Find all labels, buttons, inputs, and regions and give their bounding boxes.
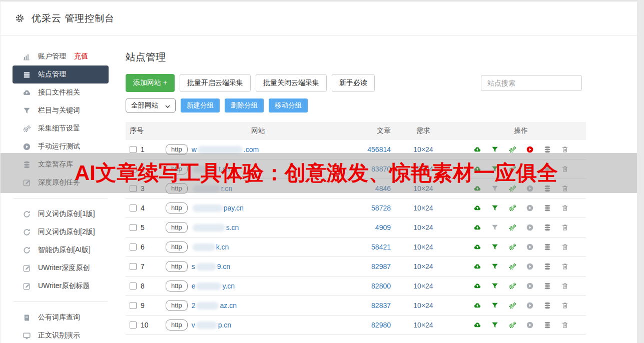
trash-icon[interactable] (561, 262, 569, 270)
sidebar-item-ai-rewrite[interactable]: 智能伪原创[AI版] (1, 241, 121, 259)
database-icon[interactable] (543, 165, 551, 173)
article-count-link[interactable]: 4909 (375, 224, 391, 232)
row-checkbox[interactable] (130, 263, 137, 270)
site-link[interactable]: vp.cn (192, 321, 231, 329)
article-count-link[interactable]: 83870 (371, 165, 391, 173)
sidebar-item-content-recognition[interactable]: 正文识别演示 (1, 326, 121, 343)
add-site-button[interactable]: 添加网站 + (126, 74, 175, 92)
cloud-upload-icon[interactable] (473, 262, 481, 270)
sidebar-item-synonym-v2[interactable]: 同义词伪原创[2版] (1, 223, 121, 241)
settings-gears-icon[interactable] (508, 204, 516, 212)
batch-open-cloud-button[interactable]: 批量开启云端采集 (180, 74, 251, 92)
cloud-upload-icon[interactable] (473, 321, 481, 329)
settings-gears-icon[interactable] (508, 146, 516, 154)
article-count-link[interactable]: 82987 (371, 262, 391, 270)
row-checkbox[interactable] (130, 322, 137, 328)
sidebar-item-deep-original[interactable]: 深度原创任务 (1, 174, 121, 192)
site-link[interactable]: ey.cn (192, 282, 235, 290)
site-link[interactable]: s9.cn (192, 262, 230, 270)
site-link[interactable]: s.cn (192, 224, 239, 232)
sidebar-item-collection-settings[interactable]: 采集细节设置 (1, 120, 121, 138)
play-icon[interactable] (526, 262, 534, 270)
filter-icon[interactable] (491, 224, 499, 232)
sidebar-item-thesaurus-query[interactable]: 公有词库查询 (1, 308, 121, 326)
article-count-link[interactable]: 82837 (371, 302, 391, 310)
settings-gears-icon[interactable] (508, 224, 516, 232)
newbie-guide-button[interactable]: 新手必读 (332, 74, 375, 92)
cloud-upload-icon[interactable] (473, 165, 481, 173)
sidebar-item-interface-files[interactable]: 接口文件相关 (1, 84, 121, 102)
filter-icon[interactable] (491, 282, 499, 290)
trash-icon[interactable] (561, 224, 569, 232)
settings-gears-icon[interactable] (508, 165, 516, 173)
database-icon[interactable] (543, 184, 551, 192)
settings-gears-icon[interactable] (508, 302, 516, 310)
sidebar-item-columns-keywords[interactable]: 栏目与关键词 (1, 102, 121, 120)
play-icon[interactable] (526, 224, 534, 232)
article-count-link[interactable]: 82800 (371, 282, 391, 290)
site-link[interactable]: 2az.cn (192, 302, 237, 310)
trash-icon[interactable] (561, 282, 569, 290)
filter-icon[interactable] (491, 243, 499, 251)
database-icon[interactable] (543, 282, 551, 290)
trash-icon[interactable] (561, 243, 569, 251)
trash-icon[interactable] (561, 321, 569, 329)
row-checkbox[interactable] (130, 146, 137, 153)
new-group-button[interactable]: 新建分组 (181, 98, 220, 112)
play-icon[interactable] (526, 165, 534, 173)
sidebar-item-uwriter-title[interactable]: UWriter原创标题 (1, 277, 121, 295)
sidebar-item-article-cache[interactable]: 文章暂存库 (1, 156, 121, 174)
cloud-upload-icon[interactable] (473, 146, 481, 154)
site-link[interactable]: pay.cn (192, 204, 244, 212)
row-checkbox[interactable] (130, 224, 137, 231)
site-link[interactable]: k.cn (192, 243, 229, 251)
filter-icon[interactable] (491, 321, 499, 329)
article-count-link[interactable]: 4846 (375, 184, 391, 192)
article-count-link[interactable]: 456814 (367, 146, 391, 154)
play-icon[interactable] (526, 184, 534, 192)
row-checkbox[interactable] (130, 282, 137, 290)
play-icon[interactable] (526, 243, 534, 251)
cloud-upload-icon[interactable] (473, 302, 481, 310)
cloud-upload-icon[interactable] (473, 243, 481, 251)
trash-icon[interactable] (561, 165, 569, 173)
group-select[interactable]: 全部网站 (126, 98, 176, 113)
filter-icon[interactable] (491, 302, 499, 310)
play-icon[interactable] (526, 146, 534, 154)
settings-gears-icon[interactable] (508, 321, 516, 329)
article-count-link[interactable]: 82980 (371, 321, 391, 329)
row-checkbox[interactable] (130, 204, 137, 212)
play-icon[interactable] (526, 302, 534, 310)
article-count-link[interactable]: 58728 (371, 204, 391, 212)
trash-icon[interactable] (561, 146, 569, 154)
move-group-button[interactable]: 移动分组 (269, 98, 308, 112)
trash-icon[interactable] (561, 204, 569, 212)
article-count-link[interactable]: 58421 (371, 243, 391, 251)
filter-icon[interactable] (491, 146, 499, 154)
sidebar-item-manual-test[interactable]: 手动运行测试 (1, 138, 121, 156)
database-icon[interactable] (543, 224, 551, 232)
recharge-link[interactable]: 充值 (74, 52, 88, 61)
cloud-upload-icon[interactable] (473, 224, 481, 232)
database-icon[interactable] (543, 321, 551, 329)
site-link[interactable]: w.com (192, 146, 259, 154)
play-icon[interactable] (526, 321, 534, 329)
sidebar-item-synonym-v1[interactable]: 同义词伪原创[1版] (1, 205, 121, 223)
sidebar-item-uwriter-deep[interactable]: UWriter深度原创 (1, 259, 121, 277)
cloud-upload-icon[interactable] (473, 204, 481, 212)
cloud-upload-icon[interactable] (473, 282, 481, 290)
trash-icon[interactable] (561, 302, 569, 310)
row-checkbox[interactable] (130, 244, 137, 250)
settings-gears-icon[interactable] (508, 184, 516, 192)
filter-icon[interactable] (491, 165, 499, 173)
settings-gears-icon[interactable] (508, 243, 516, 251)
delete-group-button[interactable]: 删除分组 (225, 98, 264, 112)
filter-icon[interactable] (491, 184, 499, 192)
site-link[interactable]: r.cn (192, 184, 233, 192)
database-icon[interactable] (543, 146, 551, 154)
database-icon[interactable] (543, 204, 551, 212)
settings-gears-icon[interactable] (508, 262, 516, 270)
row-checkbox[interactable] (130, 185, 137, 192)
site-link[interactable]: t.cn (192, 165, 230, 173)
filter-icon[interactable] (491, 204, 499, 212)
